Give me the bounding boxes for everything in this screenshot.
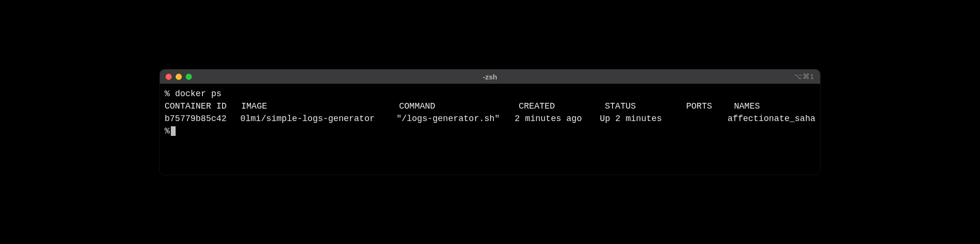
- traffic-lights: [166, 74, 192, 80]
- close-icon[interactable]: [166, 74, 172, 80]
- prompt-symbol: %: [165, 89, 170, 99]
- terminal-window: -zsh ⌥⌘1 % docker ps CONTAINER ID IMAGE …: [160, 69, 820, 175]
- cell-status: Up 2 minutes: [600, 112, 680, 125]
- window-title: -zsh: [483, 73, 497, 81]
- cursor-icon: [171, 126, 176, 136]
- table-header-row: CONTAINER ID IMAGE COMMAND CREATED STATU…: [165, 100, 815, 112]
- cell-container-id: b75779b85c42: [165, 112, 240, 125]
- header-container-id: CONTAINER ID: [165, 100, 241, 112]
- header-command: COMMAND: [399, 100, 519, 112]
- cell-ports: [680, 112, 728, 125]
- header-created: CREATED: [519, 100, 605, 112]
- table-row: b75779b85c42 0lmi/simple-logs-generator …: [165, 112, 815, 125]
- header-names: NAMES: [734, 100, 815, 112]
- header-ports: PORTS: [686, 100, 734, 112]
- maximize-icon[interactable]: [186, 74, 192, 80]
- cell-created: 2 minutes ago: [515, 112, 600, 125]
- header-status: STATUS: [605, 100, 686, 112]
- terminal-body[interactable]: % docker ps CONTAINER ID IMAGE COMMAND C…: [160, 84, 820, 175]
- minimize-icon[interactable]: [176, 74, 182, 80]
- cell-command: "/logs-generator.sh": [396, 112, 514, 125]
- prompt-line[interactable]: %: [165, 125, 815, 137]
- header-image: IMAGE: [241, 100, 399, 112]
- prompt-symbol: %: [165, 125, 170, 137]
- cell-image: 0lmi/simple-logs-generator: [240, 112, 396, 125]
- command-line: % docker ps: [165, 88, 815, 100]
- command-text: docker ps: [175, 89, 222, 99]
- pane-indicator: ⌥⌘1: [794, 72, 814, 81]
- cell-names: affectionate_saha: [727, 112, 815, 125]
- title-bar: -zsh ⌥⌘1: [160, 69, 820, 84]
